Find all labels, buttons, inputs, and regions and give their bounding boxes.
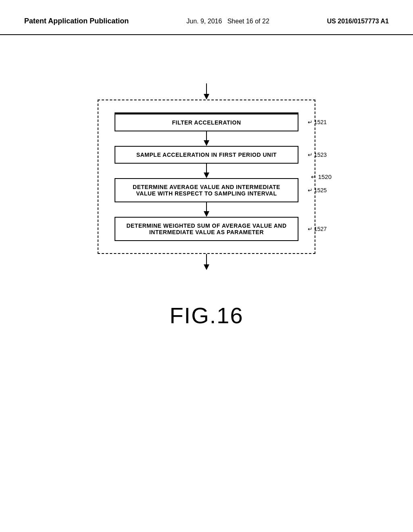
- block-label-1525: ↵ 1525: [308, 187, 327, 193]
- filter-acceleration-block: FILTER ACCELERATION: [115, 112, 298, 131]
- diagram-area: FILTER ACCELERATION ↵ 1521 SAMPLE ACCELE…: [0, 35, 413, 328]
- svg-marker-1: [204, 94, 209, 100]
- outer-box-label-1520: ↵ 1520: [311, 173, 332, 181]
- publication-date: Jun. 9, 2016 Sheet 16 of 22: [186, 16, 269, 25]
- bottom-exit-arrow: [200, 254, 213, 270]
- block-label-1521: ↵ 1521: [308, 119, 327, 125]
- page-header: Patent Application Publication Jun. 9, 2…: [0, 0, 413, 35]
- svg-marker-3: [204, 140, 209, 146]
- outer-dashed-box: FILTER ACCELERATION ↵ 1521 SAMPLE ACCELE…: [98, 100, 315, 254]
- svg-marker-9: [204, 264, 209, 270]
- block-row-1527: DETERMINE WEIGHTED SUM OF AVERAGE VALUE …: [115, 217, 298, 241]
- block-row-1521: FILTER ACCELERATION ↵ 1521: [115, 112, 298, 131]
- arrow-1521-1523: [115, 131, 298, 146]
- arrow-1525-1527: [115, 202, 298, 217]
- top-entry-arrow: [200, 83, 213, 100]
- determine-weighted-block: DETERMINE WEIGHTED SUM OF AVERAGE VALUE …: [115, 217, 298, 241]
- block-row-1525: DETERMINE AVERAGE VALUE AND INTERMEDIATE…: [115, 178, 298, 202]
- block-row-1523: SAMPLE ACCELERATION IN FIRST PERIOD UNIT…: [115, 146, 298, 164]
- patent-number: US 2016/0157773 A1: [327, 16, 389, 25]
- block-label-1527: ↵ 1527: [308, 226, 327, 232]
- publication-title: Patent Application Publication: [24, 16, 129, 26]
- svg-marker-5: [204, 172, 209, 178]
- determine-average-block: DETERMINE AVERAGE VALUE AND INTERMEDIATE…: [115, 178, 298, 202]
- arrow-1523-1525: [115, 164, 298, 178]
- svg-marker-7: [204, 211, 209, 217]
- figure-label: FIG.16: [169, 302, 243, 328]
- block-label-1523: ↵ 1523: [308, 152, 327, 158]
- sample-acceleration-block: SAMPLE ACCELERATION IN FIRST PERIOD UNIT: [115, 146, 298, 164]
